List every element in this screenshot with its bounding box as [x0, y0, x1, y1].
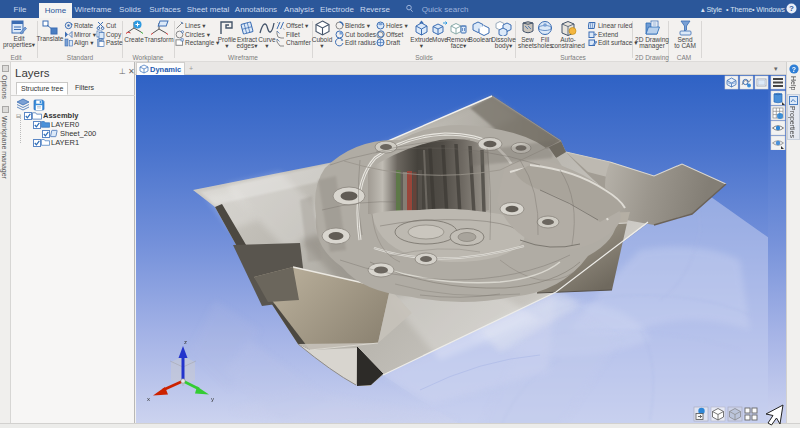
svg-text:?: ?: [792, 66, 796, 73]
svg-text:z: z: [184, 339, 187, 345]
svg-text:?: ?: [789, 4, 794, 13]
svg-text:x: x: [147, 396, 150, 402]
svg-text:y: y: [211, 396, 214, 402]
